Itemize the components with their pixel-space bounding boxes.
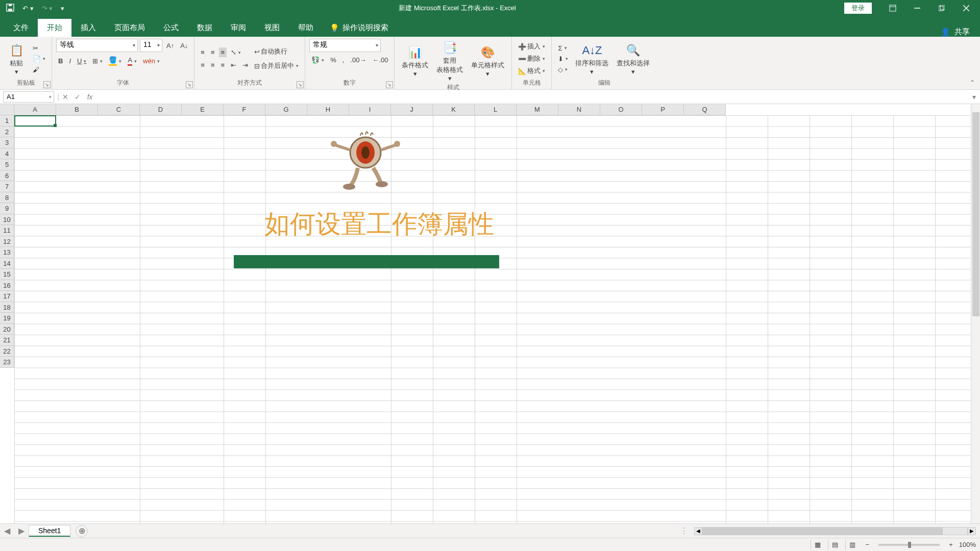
hscroll-left-icon[interactable]: ◀ (694, 527, 702, 535)
zoom-level[interactable]: 100% (959, 541, 976, 548)
column-header[interactable]: I (349, 104, 391, 115)
active-cell[interactable] (14, 115, 56, 127)
alignment-launcher[interactable]: ↘ (297, 81, 304, 88)
vscroll-thumb[interactable] (972, 112, 979, 316)
orientation-button[interactable]: ⤡▾ (229, 47, 250, 57)
hscroll-right-icon[interactable]: ▶ (968, 527, 976, 535)
merge-center-button[interactable]: ⊟ 合并后居中▾ (252, 60, 301, 71)
collapse-ribbon-icon[interactable]: ⌃ (970, 79, 975, 86)
redo-icon[interactable]: ↷ ▾ (40, 4, 55, 13)
column-header[interactable]: G (265, 104, 307, 115)
zoom-out-button[interactable]: − (863, 541, 873, 548)
row-header[interactable]: 19 (0, 313, 14, 324)
cancel-formula-icon[interactable]: ✕ (59, 93, 71, 101)
row-header[interactable]: 18 (0, 302, 14, 313)
align-center-button[interactable]: ≡ (209, 60, 217, 70)
increase-decimal-button[interactable]: .00→ (348, 55, 368, 65)
zoom-thumb[interactable] (908, 542, 911, 548)
normal-view-icon[interactable]: ▦ (811, 540, 825, 550)
tab-page-layout[interactable]: 页面布局 (105, 19, 154, 37)
increase-font-button[interactable]: A↑ (164, 41, 176, 51)
tell-me-search[interactable]: 💡 操作说明搜索 (323, 19, 396, 37)
column-header[interactable]: M (517, 104, 558, 115)
row-header[interactable]: 6 (0, 170, 14, 182)
save-icon[interactable] (4, 3, 16, 14)
percent-button[interactable]: % (328, 55, 338, 65)
fx-icon[interactable]: fx (84, 93, 96, 101)
row-header[interactable]: 8 (0, 192, 14, 204)
tab-help[interactable]: 帮助 (289, 19, 323, 37)
row-header[interactable]: 7 (0, 181, 14, 192)
row-header[interactable]: 9 (0, 203, 14, 214)
row-header[interactable]: 1 (0, 115, 14, 127)
zoom-slider[interactable] (878, 544, 940, 546)
clipboard-launcher[interactable]: ↘ (43, 81, 51, 88)
format-painter-button[interactable]: 🖌 (31, 65, 47, 74)
align-left-button[interactable]: ≡ (199, 60, 207, 70)
hscroll-thumb[interactable] (703, 528, 943, 535)
cut-button[interactable]: ✂ (31, 43, 47, 53)
number-format-select[interactable]: 常规▾ (309, 39, 381, 52)
row-header[interactable]: 10 (0, 214, 14, 226)
column-header[interactable]: H (307, 104, 349, 115)
horizontal-scrollbar[interactable]: ⋮ ◀ ▶ (88, 526, 980, 536)
login-button[interactable]: 登录 (844, 3, 872, 14)
tab-file[interactable]: 文件 (4, 19, 38, 37)
column-header[interactable]: B (56, 104, 98, 115)
column-header[interactable]: F (224, 104, 265, 115)
row-header[interactable]: 21 (0, 335, 14, 346)
fill-button[interactable]: ⬇▾ (556, 54, 570, 64)
align-right-button[interactable]: ≡ (219, 60, 227, 70)
hscroll-track[interactable] (702, 527, 968, 535)
font-launcher[interactable]: ↘ (186, 81, 193, 88)
row-header[interactable]: 12 (0, 236, 14, 247)
decrease-indent-button[interactable]: ⇤ (229, 60, 238, 70)
decrease-decimal-button[interactable]: ←.00 (370, 55, 390, 65)
tab-home[interactable]: 开始 (38, 19, 71, 37)
column-header[interactable]: C (98, 104, 140, 115)
row-header[interactable]: 3 (0, 137, 14, 148)
column-header[interactable]: A (14, 104, 56, 115)
row-header[interactable]: 14 (0, 258, 14, 269)
column-header[interactable]: N (558, 104, 600, 115)
sort-filter-button[interactable]: A↓Z排序和筛选▾ (572, 41, 611, 77)
row-header[interactable]: 5 (0, 159, 14, 170)
enter-formula-icon[interactable]: ✓ (71, 93, 84, 101)
row-header[interactable]: 2 (0, 127, 14, 138)
insert-cells-button[interactable]: ➕插入▾ (516, 41, 547, 52)
font-color-button[interactable]: A▾ (126, 55, 139, 67)
increase-indent-button[interactable]: ⇥ (240, 60, 250, 70)
close-icon[interactable] (954, 0, 978, 16)
column-header[interactable]: O (600, 104, 642, 115)
row-header[interactable]: 13 (0, 247, 14, 258)
wrap-text-button[interactable]: ↩ 自动换行 (252, 46, 301, 57)
row-header[interactable]: 23 (0, 357, 14, 368)
row-header[interactable]: 22 (0, 346, 14, 357)
minimize-icon[interactable] (905, 0, 929, 16)
row-header[interactable]: 11 (0, 225, 14, 236)
format-as-table-button[interactable]: 📑套用 表格格式▾ (433, 39, 466, 83)
tab-data[interactable]: 数据 (188, 19, 222, 37)
select-all-button[interactable] (0, 104, 14, 115)
italic-button[interactable]: I (67, 56, 73, 66)
row-header[interactable]: 20 (0, 324, 14, 335)
decrease-font-button[interactable]: A↓ (178, 41, 190, 51)
name-box[interactable]: A1▾ (3, 91, 54, 103)
tab-insert[interactable]: 插入 (71, 19, 105, 37)
maximize-icon[interactable] (930, 0, 953, 16)
border-button[interactable]: ⊞▾ (90, 56, 105, 66)
conditional-formatting-button[interactable]: 📊条件格式▾ (399, 43, 431, 79)
sheet-nav-next-icon[interactable]: ▶ (14, 526, 29, 536)
phonetic-button[interactable]: wén▾ (141, 56, 162, 66)
column-header[interactable]: E (182, 104, 224, 115)
add-sheet-button[interactable]: ⊕ (76, 525, 88, 537)
zoom-in-button[interactable]: + (946, 541, 956, 548)
row-header[interactable]: 16 (0, 280, 14, 291)
tab-view[interactable]: 视图 (255, 19, 289, 37)
fill-color-button[interactable]: 🪣▾ (107, 55, 124, 67)
cell-styles-button[interactable]: 🎨单元格样式▾ (468, 43, 507, 79)
clear-button[interactable]: ◇▾ (556, 65, 570, 74)
format-cells-button[interactable]: 📐格式▾ (516, 65, 547, 77)
vertical-scrollbar[interactable] (971, 104, 980, 523)
column-header[interactable]: D (140, 104, 182, 115)
